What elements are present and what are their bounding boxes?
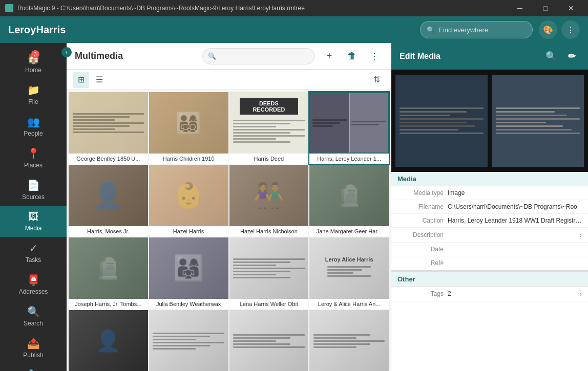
more-button[interactable]: ⋮ xyxy=(561,20,580,39)
media-thumb-1 xyxy=(69,92,148,154)
media-label-3: Harris Deed xyxy=(229,154,309,164)
media-item-3[interactable]: DEEDS RECORDED Harris Deed xyxy=(229,92,309,164)
mm-search-icon: 🔍 xyxy=(208,52,216,60)
deed-header: DEEDS RECORDED xyxy=(240,98,299,115)
media-item-10[interactable]: 👨‍👩‍👧 Julia Bentley Weatherwax xyxy=(149,237,228,309)
filter-button[interactable]: ⇅ xyxy=(368,72,385,88)
filename-label: Filename xyxy=(397,203,444,210)
sidebar-item-people[interactable]: 👥 People xyxy=(0,111,67,142)
media-thumb-15 xyxy=(229,310,309,371)
mm-search-input[interactable] xyxy=(219,52,309,60)
people-icon: 👥 xyxy=(27,116,40,128)
sidebar-item-search[interactable]: 🔍 Search xyxy=(0,300,67,332)
newspaper-content: Leroy Alice Harris xyxy=(321,251,377,285)
media-item-16[interactable]: Leroy Leander Harris-19... xyxy=(309,310,389,371)
media-item-8[interactable]: 🪦 Jane Margaret Geer Har... xyxy=(309,165,389,236)
media-label-9: Joseph Harris, Jr. Tombs... xyxy=(69,299,148,309)
sidebar-item-label: Media xyxy=(25,225,42,232)
media-item-4[interactable]: Harris, Leroy Leander 1... xyxy=(309,92,389,164)
places-icon: 📍 xyxy=(27,147,40,160)
sidebar-item-label: Sources xyxy=(22,193,45,201)
media-item-6[interactable]: 👶 Hazel Harris xyxy=(149,165,228,236)
media-thumb-14 xyxy=(149,310,228,371)
dark-portrait-silhouette: 👤 xyxy=(95,329,121,353)
description-arrow[interactable]: › xyxy=(579,231,582,239)
media-item-2[interactable]: 👨‍👩‍👧‍👦 Harris Children 1910 xyxy=(149,92,228,164)
tags-arrow[interactable]: › xyxy=(579,290,582,298)
sidebar-item-label: Home xyxy=(25,67,41,74)
media-item-15[interactable]: Leroy Leander Harris-19... xyxy=(229,310,309,371)
sidebar-item-media[interactable]: 🖼 Media xyxy=(0,206,67,237)
child-silhouette: 👶 xyxy=(173,181,204,210)
edit-pencil-button[interactable]: ✏ xyxy=(563,48,580,64)
couple-silhouette: 👫 xyxy=(254,181,284,210)
search-edit-button[interactable]: 🔍 xyxy=(543,48,559,64)
media-grid: George Bentley 1850 U... 👨‍👩‍👧‍👦 Harris … xyxy=(67,90,391,371)
tags-row[interactable]: Tags 2 › xyxy=(391,287,588,301)
media-item-5[interactable]: 👤 Harris, Moses Jr. xyxy=(69,165,148,236)
media-thumb-11 xyxy=(229,237,309,299)
content-area: Multimedia 🔍 + 🗑 ⋮ ⊞ ☰ ⇅ xyxy=(67,43,391,371)
sidebar-item-file[interactable]: 📁 File xyxy=(0,79,67,111)
sidebar-item-label: Search xyxy=(24,320,43,327)
media-label-11: Lena Harris Weller Obit xyxy=(229,299,309,309)
sidebar-item-tools[interactable]: 🔧 Tools xyxy=(0,364,67,371)
media-thumb-4 xyxy=(309,92,389,154)
search-icon: 🔍 xyxy=(27,305,40,318)
app-icon xyxy=(5,4,13,12)
preview-right-content xyxy=(492,75,584,167)
maximize-button[interactable]: □ xyxy=(534,0,557,16)
list-view-button[interactable]: ☰ xyxy=(91,72,108,88)
preview-line xyxy=(400,111,467,113)
sidebar-item-label: People xyxy=(24,130,43,137)
description-row[interactable]: Description › xyxy=(391,228,588,243)
sidebar-item-places[interactable]: 📍 Places xyxy=(0,142,67,174)
refnum-label: Ref# xyxy=(397,259,444,267)
preview-left-content xyxy=(395,75,488,167)
close-button[interactable]: ✕ xyxy=(559,0,583,16)
preview-line-r xyxy=(496,115,567,116)
delete-media-button[interactable]: 🗑 xyxy=(344,48,360,64)
media-item-7[interactable]: 👫 Hazel Harris Nicholson xyxy=(229,165,309,236)
more-media-button[interactable]: ⋮ xyxy=(366,48,383,64)
add-media-button[interactable]: + xyxy=(321,48,338,64)
media-item-11[interactable]: Lena Harris Weller Obit xyxy=(229,237,309,309)
tasks-icon: ✓ xyxy=(29,242,38,254)
preview-line-r xyxy=(496,122,546,123)
minimize-button[interactable]: ─ xyxy=(508,0,532,16)
media-item-9[interactable]: 🪦 Joseph Harris, Jr. Tombs... xyxy=(69,237,148,309)
selected-content xyxy=(310,93,388,152)
media-item-1[interactable]: George Bentley 1850 U... xyxy=(69,92,148,164)
edit-panel-header: Edit Media 🔍 ✏ xyxy=(391,43,588,70)
theme-button[interactable]: 🎨 xyxy=(539,20,557,39)
caption-label: Caption xyxy=(397,217,444,224)
sidebar-collapse-button[interactable]: ‹ xyxy=(61,47,72,57)
grave-icon: 🪦 xyxy=(337,184,362,208)
sidebar-item-addresses[interactable]: 📮 Addresses xyxy=(0,269,67,300)
media-label-8: Jane Margaret Geer Har... xyxy=(309,226,389,236)
media-item-13[interactable]: 👤 LeRoy Harris xyxy=(69,310,148,371)
media-icon: 🖼 xyxy=(28,211,38,223)
media-item-12[interactable]: Leroy Alice Harris Leroy & Alice Harris … xyxy=(309,237,389,309)
media-item-14[interactable]: Leroy Harris & Alice Os... xyxy=(149,310,228,371)
multimedia-title: Multimedia xyxy=(75,51,196,61)
sidebar-item-home[interactable]: 3 🏠 Home xyxy=(0,47,67,79)
media-type-label: Media type xyxy=(397,189,444,197)
multimedia-search[interactable]: 🔍 xyxy=(202,48,315,64)
media-label-4: Harris, Leroy Leander 1... xyxy=(309,154,389,164)
grid-view-button[interactable]: ⊞ xyxy=(73,72,89,88)
media-label-7: Hazel Harris Nicholson xyxy=(229,226,309,236)
main-layout: ‹ 3 🏠 Home 📁 File 👥 People 📍 Places 📄 So… xyxy=(0,43,588,371)
sidebar-item-publish[interactable]: 📤 Publish xyxy=(0,332,67,364)
date-label: Date xyxy=(397,246,444,253)
group-silhouette: 👨‍👩‍👧 xyxy=(173,254,204,282)
media-thumb-7: 👫 xyxy=(229,165,309,226)
global-search[interactable]: 🔍 xyxy=(420,21,533,38)
sidebar-item-sources[interactable]: 📄 Sources xyxy=(0,174,67,206)
media-grid-container[interactable]: George Bentley 1850 U... 👨‍👩‍👧‍👦 Harris … xyxy=(67,90,391,371)
media-label-10: Julia Bentley Weatherwax xyxy=(149,299,228,309)
search-input[interactable] xyxy=(439,26,526,34)
sidebar-item-tasks[interactable]: ✓ Tasks xyxy=(0,237,67,269)
people-silhouette: 👨‍👩‍👧‍👦 xyxy=(176,111,201,135)
preview-line-r xyxy=(496,118,580,120)
